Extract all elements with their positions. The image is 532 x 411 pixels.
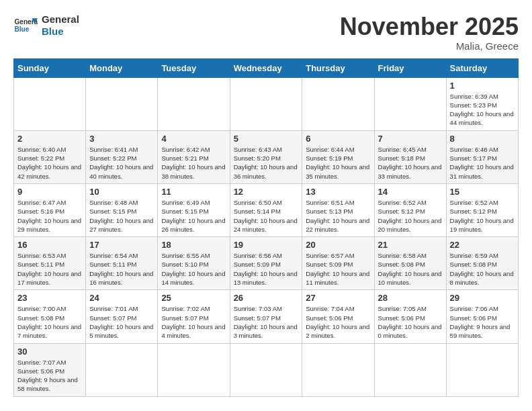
calendar-cell: 11Sunrise: 6:49 AM Sunset: 5:15 PM Dayli… (158, 183, 230, 236)
day-header-friday: Friday (374, 58, 446, 77)
day-header-monday: Monday (86, 58, 158, 77)
calendar-cell: 16Sunrise: 6:53 AM Sunset: 5:11 PM Dayli… (14, 237, 86, 290)
day-info: Sunrise: 6:53 AM Sunset: 5:11 PM Dayligh… (17, 251, 82, 287)
day-info: Sunrise: 6:55 AM Sunset: 5:10 PM Dayligh… (161, 251, 226, 287)
day-info: Sunrise: 6:50 AM Sunset: 5:14 PM Dayligh… (234, 198, 299, 234)
title-section: November 2025 Malia, Greece (340, 13, 519, 52)
day-info: Sunrise: 6:48 AM Sunset: 5:15 PM Dayligh… (89, 198, 154, 234)
week-row-2: 2Sunrise: 6:40 AM Sunset: 5:22 PM Daylig… (14, 130, 519, 183)
calendar-cell (14, 77, 86, 130)
calendar-cell: 18Sunrise: 6:55 AM Sunset: 5:10 PM Dayli… (158, 237, 230, 290)
day-info: Sunrise: 7:03 AM Sunset: 5:07 PM Dayligh… (234, 304, 299, 340)
day-number: 1 (450, 81, 515, 91)
day-info: Sunrise: 7:02 AM Sunset: 5:07 PM Dayligh… (161, 304, 226, 340)
day-number: 3 (89, 134, 154, 144)
day-number: 5 (234, 134, 299, 144)
day-info: Sunrise: 6:44 AM Sunset: 5:19 PM Dayligh… (306, 145, 370, 181)
day-number: 14 (378, 187, 443, 197)
svg-text:Blue: Blue (14, 26, 29, 33)
logo-general: General (42, 13, 79, 26)
calendar-cell: 15Sunrise: 6:52 AM Sunset: 5:12 PM Dayli… (446, 183, 518, 236)
day-number: 21 (378, 240, 443, 250)
calendar-cell: 28Sunrise: 7:05 AM Sunset: 5:06 PM Dayli… (374, 290, 446, 343)
calendar-cell: 22Sunrise: 6:59 AM Sunset: 5:08 PM Dayli… (446, 237, 518, 290)
day-info: Sunrise: 6:43 AM Sunset: 5:20 PM Dayligh… (234, 145, 299, 181)
day-info: Sunrise: 7:05 AM Sunset: 5:06 PM Dayligh… (378, 304, 443, 340)
day-info: Sunrise: 6:54 AM Sunset: 5:11 PM Dayligh… (89, 251, 154, 287)
day-header-sunday: Sunday (14, 58, 86, 77)
day-header-wednesday: Wednesday (230, 58, 302, 77)
day-number: 13 (306, 187, 370, 197)
day-info: Sunrise: 6:47 AM Sunset: 5:16 PM Dayligh… (17, 198, 82, 234)
day-number: 17 (89, 240, 154, 250)
calendar-cell: 30Sunrise: 7:07 AM Sunset: 5:06 PM Dayli… (14, 343, 86, 396)
day-number: 16 (17, 240, 82, 250)
day-info: Sunrise: 7:01 AM Sunset: 5:07 PM Dayligh… (89, 304, 154, 340)
day-info: Sunrise: 6:46 AM Sunset: 5:17 PM Dayligh… (450, 145, 515, 181)
calendar-cell: 1Sunrise: 6:39 AM Sunset: 5:23 PM Daylig… (446, 77, 518, 130)
calendar-cell: 5Sunrise: 6:43 AM Sunset: 5:20 PM Daylig… (230, 130, 302, 183)
calendar-cell: 19Sunrise: 6:56 AM Sunset: 5:09 PM Dayli… (230, 237, 302, 290)
day-info: Sunrise: 6:58 AM Sunset: 5:08 PM Dayligh… (378, 251, 443, 287)
week-row-3: 9Sunrise: 6:47 AM Sunset: 5:16 PM Daylig… (14, 183, 519, 236)
calendar-cell: 10Sunrise: 6:48 AM Sunset: 5:15 PM Dayli… (86, 183, 158, 236)
day-info: Sunrise: 7:00 AM Sunset: 5:08 PM Dayligh… (17, 304, 82, 340)
calendar-cell: 25Sunrise: 7:02 AM Sunset: 5:07 PM Dayli… (158, 290, 230, 343)
calendar-cell: 27Sunrise: 7:04 AM Sunset: 5:06 PM Dayli… (302, 290, 374, 343)
day-info: Sunrise: 6:41 AM Sunset: 5:22 PM Dayligh… (89, 145, 154, 181)
day-number: 30 (17, 347, 82, 357)
day-info: Sunrise: 6:51 AM Sunset: 5:13 PM Dayligh… (306, 198, 370, 234)
day-info: Sunrise: 6:40 AM Sunset: 5:22 PM Dayligh… (17, 145, 82, 181)
page-header: General Blue General Blue November 2025 … (13, 13, 519, 52)
calendar-cell: 13Sunrise: 6:51 AM Sunset: 5:13 PM Dayli… (302, 183, 374, 236)
logo: General Blue General Blue (13, 13, 79, 38)
logo-icon: General Blue (13, 13, 38, 38)
day-number: 12 (234, 187, 299, 197)
calendar-cell (446, 343, 518, 396)
week-row-4: 16Sunrise: 6:53 AM Sunset: 5:11 PM Dayli… (14, 237, 519, 290)
day-number: 26 (234, 293, 299, 303)
day-info: Sunrise: 6:59 AM Sunset: 5:08 PM Dayligh… (450, 251, 515, 287)
day-number: 11 (161, 187, 226, 197)
calendar-header-row: SundayMondayTuesdayWednesdayThursdayFrid… (14, 58, 519, 77)
calendar-cell: 20Sunrise: 6:57 AM Sunset: 5:09 PM Dayli… (302, 237, 374, 290)
calendar-cell (302, 77, 374, 130)
day-info: Sunrise: 6:57 AM Sunset: 5:09 PM Dayligh… (306, 251, 370, 287)
day-number: 19 (234, 240, 299, 250)
calendar-cell: 17Sunrise: 6:54 AM Sunset: 5:11 PM Dayli… (86, 237, 158, 290)
day-info: Sunrise: 6:52 AM Sunset: 5:12 PM Dayligh… (450, 198, 515, 234)
day-number: 23 (17, 293, 82, 303)
day-info: Sunrise: 7:07 AM Sunset: 5:06 PM Dayligh… (17, 358, 82, 394)
day-number: 20 (306, 240, 370, 250)
day-number: 29 (450, 293, 515, 303)
day-number: 8 (450, 134, 515, 144)
calendar-cell (86, 343, 158, 396)
calendar-cell: 6Sunrise: 6:44 AM Sunset: 5:19 PM Daylig… (302, 130, 374, 183)
calendar-cell: 2Sunrise: 6:40 AM Sunset: 5:22 PM Daylig… (14, 130, 86, 183)
day-info: Sunrise: 6:49 AM Sunset: 5:15 PM Dayligh… (161, 198, 226, 234)
calendar-cell (230, 77, 302, 130)
calendar-cell: 9Sunrise: 6:47 AM Sunset: 5:16 PM Daylig… (14, 183, 86, 236)
calendar-cell: 26Sunrise: 7:03 AM Sunset: 5:07 PM Dayli… (230, 290, 302, 343)
day-header-tuesday: Tuesday (158, 58, 230, 77)
day-info: Sunrise: 6:52 AM Sunset: 5:12 PM Dayligh… (378, 198, 443, 234)
day-info: Sunrise: 7:06 AM Sunset: 5:06 PM Dayligh… (450, 304, 515, 340)
day-info: Sunrise: 6:42 AM Sunset: 5:21 PM Dayligh… (161, 145, 226, 181)
day-number: 22 (450, 240, 515, 250)
calendar-cell: 23Sunrise: 7:00 AM Sunset: 5:08 PM Dayli… (14, 290, 86, 343)
day-number: 18 (161, 240, 226, 250)
day-number: 4 (161, 134, 226, 144)
day-info: Sunrise: 6:45 AM Sunset: 5:18 PM Dayligh… (378, 145, 443, 181)
day-number: 24 (89, 293, 154, 303)
day-number: 9 (17, 187, 82, 197)
day-number: 10 (89, 187, 154, 197)
week-row-5: 23Sunrise: 7:00 AM Sunset: 5:08 PM Dayli… (14, 290, 519, 343)
week-row-1: 1Sunrise: 6:39 AM Sunset: 5:23 PM Daylig… (14, 77, 519, 130)
week-row-6: 30Sunrise: 7:07 AM Sunset: 5:06 PM Dayli… (14, 343, 519, 396)
day-header-saturday: Saturday (446, 58, 518, 77)
calendar-cell: 3Sunrise: 6:41 AM Sunset: 5:22 PM Daylig… (86, 130, 158, 183)
month-title: November 2025 (340, 13, 519, 40)
logo-blue: Blue (42, 26, 79, 38)
calendar-cell (158, 77, 230, 130)
calendar-cell: 29Sunrise: 7:06 AM Sunset: 5:06 PM Dayli… (446, 290, 518, 343)
